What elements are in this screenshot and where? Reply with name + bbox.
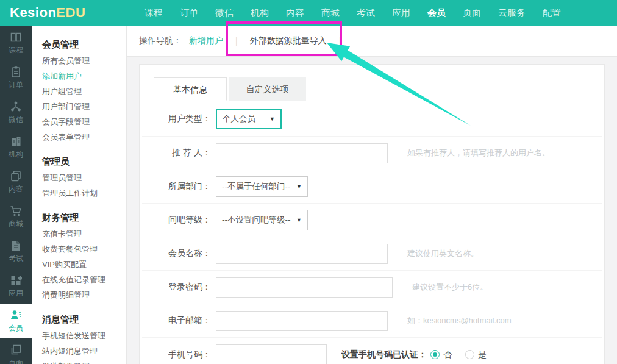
menu-item-user-departments[interactable]: 用户部门管理 bbox=[42, 99, 126, 114]
radio-selected-icon bbox=[430, 350, 440, 359]
chevron-down-icon: ▼ bbox=[269, 116, 275, 122]
form-row-department: 所属部门： --不属于任何部门-- ▼ bbox=[142, 170, 602, 204]
email-input[interactable] bbox=[216, 311, 388, 331]
top-nav-orders[interactable]: 订单 bbox=[180, 7, 198, 19]
referrer-input[interactable] bbox=[216, 143, 388, 163]
breadcrumb-label: 操作导航： bbox=[139, 35, 182, 46]
menu-item-consumption-details[interactable]: 消费明细管理 bbox=[42, 287, 126, 302]
form-row-qa-level: 问吧等级： --不设置问吧等级-- ▼ bbox=[142, 204, 602, 237]
sidebar-item-organization[interactable]: 机构 bbox=[0, 130, 32, 165]
top-nav-cloud[interactable]: 云服务 bbox=[498, 7, 526, 19]
breadcrumb-separator: | bbox=[235, 36, 238, 46]
top-nav-apps[interactable]: 应用 bbox=[392, 7, 410, 19]
menu-section-title: 财务管理 bbox=[42, 209, 126, 226]
department-select[interactable]: --不属于任何部门-- ▼ bbox=[216, 176, 308, 197]
radio-label: 是 bbox=[478, 349, 487, 360]
menu-item-member-forms[interactable]: 会员表单管理 bbox=[42, 129, 126, 145]
sidebar-item-label: 内容 bbox=[9, 184, 23, 194]
menu-item-all-members[interactable]: 所有会员管理 bbox=[42, 53, 126, 68]
tab-basic-info[interactable]: 基本信息 bbox=[154, 77, 227, 101]
menu-item-vip-config[interactable]: VIP购买配置 bbox=[42, 257, 126, 272]
user-icon bbox=[10, 309, 22, 321]
share-icon bbox=[10, 101, 22, 113]
menu-section-title: 会员管理 bbox=[42, 35, 126, 53]
password-hint: 建议设置不少于6位。 bbox=[412, 282, 488, 293]
top-nav-members[interactable]: 会员 bbox=[427, 7, 446, 19]
sidebar-item-mall[interactable]: 商城 bbox=[0, 199, 32, 234]
sidebar-item-label: 应用 bbox=[9, 288, 23, 299]
sidebar-item-wechat[interactable]: 微信 bbox=[0, 95, 32, 130]
breadcrumb-link-external-import[interactable]: 外部数据源批量导入 bbox=[250, 35, 327, 46]
breadcrumb: 操作导航： 新增用户 | 外部数据源批量导入 | bbox=[127, 26, 617, 57]
menu-item-admin-manage[interactable]: 管理员管理 bbox=[42, 170, 126, 185]
sidebar-item-label: 会员 bbox=[9, 323, 23, 334]
sidebar-item-label: 课程 bbox=[9, 45, 23, 55]
menu-item-fee-packages[interactable]: 收费套餐包管理 bbox=[42, 241, 126, 257]
menu-section-members: 会员管理 所有会员管理 添加新用户 用户组管理 用户部门管理 会员字段管理 会员… bbox=[42, 35, 126, 145]
sidebar-item-courses[interactable]: 课程 bbox=[0, 26, 32, 60]
radio-no[interactable]: 否 bbox=[430, 349, 452, 360]
document-icon bbox=[10, 240, 22, 252]
menu-item-add-user[interactable]: 添加新用户 bbox=[42, 68, 126, 84]
menu-section-finance: 财务管理 充值卡管理 收费套餐包管理 VIP购买配置 在线充值记录管理 消费明细… bbox=[42, 209, 126, 302]
building-icon bbox=[10, 135, 22, 148]
layers-icon bbox=[10, 344, 22, 356]
field-label: 推 荐 人： bbox=[142, 148, 211, 159]
sidebar-item-content[interactable]: 内容 bbox=[0, 165, 32, 199]
select-value: --不属于任何部门-- bbox=[222, 181, 290, 192]
breadcrumb-link-add-user[interactable]: 新增用户 bbox=[189, 35, 223, 46]
top-nav-courses[interactable]: 课程 bbox=[144, 7, 163, 19]
secondary-sidebar: 会员管理 所有会员管理 添加新用户 用户组管理 用户部门管理 会员字段管理 会员… bbox=[32, 26, 127, 364]
sidebar-item-exam[interactable]: 考试 bbox=[0, 234, 32, 269]
sidebar-item-label: 微信 bbox=[9, 115, 23, 125]
menu-item-user-groups[interactable]: 用户组管理 bbox=[42, 84, 126, 99]
menu-section-title: 消息管理 bbox=[42, 310, 126, 328]
password-input[interactable] bbox=[216, 277, 393, 298]
menu-item-site-messages[interactable]: 站内短消息管理 bbox=[42, 343, 126, 359]
top-nav-content[interactable]: 内容 bbox=[286, 7, 304, 19]
top-nav-organization[interactable]: 机构 bbox=[251, 7, 269, 19]
menu-item-recharge-cards[interactable]: 充值卡管理 bbox=[42, 226, 126, 241]
form-row-phone: 手机号码： 设置手机号码已认证： 否 是 bbox=[142, 338, 602, 364]
member-name-input[interactable] bbox=[216, 244, 388, 264]
menu-section-title: 管理员 bbox=[42, 152, 126, 170]
tab-custom-options[interactable]: 自定义选项 bbox=[229, 77, 306, 101]
menu-item-online-recharge-records[interactable]: 在线充值记录管理 bbox=[42, 272, 126, 287]
sidebar-item-apps[interactable]: 应用 bbox=[0, 269, 32, 304]
sidebar-item-pages[interactable]: 页面 bbox=[0, 338, 32, 364]
field-label: 问吧等级： bbox=[142, 215, 211, 226]
phone-input[interactable] bbox=[216, 344, 327, 364]
radio-yes[interactable]: 是 bbox=[465, 349, 487, 360]
sidebar-item-orders[interactable]: 订单 bbox=[0, 60, 32, 95]
top-nav-exam[interactable]: 考试 bbox=[357, 7, 375, 19]
form-row-user-type: 用户类型： 个人会员 ▼ bbox=[142, 101, 602, 137]
menu-item-member-fields[interactable]: 会员字段管理 bbox=[42, 114, 126, 129]
user-type-select[interactable]: 个人会员 ▼ bbox=[216, 109, 282, 129]
menu-item-admin-workplan[interactable]: 管理员工作计划 bbox=[42, 185, 126, 201]
top-nav-wechat[interactable]: 微信 bbox=[215, 7, 234, 19]
sidebar-item-label: 考试 bbox=[9, 254, 23, 264]
breadcrumb-separator: | bbox=[339, 36, 341, 46]
field-label: 登录密码： bbox=[142, 282, 211, 293]
field-label: 手机号码： bbox=[142, 349, 211, 360]
top-nav-pages[interactable]: 页面 bbox=[463, 7, 481, 19]
clipboard-icon bbox=[10, 66, 22, 78]
sidebar-item-members[interactable]: 会员 bbox=[0, 304, 32, 338]
menu-item-sms-send[interactable]: 手机短信发送管理 bbox=[42, 328, 126, 343]
top-navbar: KesionEDU 课程 订单 微信 机构 内容 商城 考试 应用 会员 页面 … bbox=[0, 0, 617, 26]
form-row-referrer: 推 荐 人： 如果有推荐人，请填写推荐人的用户名。 bbox=[142, 137, 602, 170]
phone-verified-label: 设置手机号码已认证： bbox=[341, 349, 427, 360]
top-nav-mall[interactable]: 商城 bbox=[321, 7, 340, 19]
brand-part2: EDU bbox=[56, 5, 85, 20]
sidebar-item-label: 机构 bbox=[9, 149, 23, 160]
add-user-form: 用户类型： 个人会员 ▼ 推 荐 人： 如果有推荐人，请填写推荐人的用户名。 所… bbox=[140, 101, 604, 364]
top-nav-config[interactable]: 配置 bbox=[543, 7, 561, 19]
qa-level-select[interactable]: --不设置问吧等级-- ▼ bbox=[216, 210, 308, 230]
field-label: 所属部门： bbox=[142, 181, 211, 192]
form-row-member-name: 会员名称： 建议使用英文名称。 bbox=[142, 237, 602, 271]
select-value: 个人会员 bbox=[223, 113, 255, 124]
menu-item-email-send[interactable]: 发送邮件管理 bbox=[42, 359, 126, 364]
sidebar-item-label: 商城 bbox=[9, 219, 23, 229]
field-label: 会员名称： bbox=[142, 248, 211, 259]
sidebar-item-label: 页面 bbox=[9, 358, 23, 364]
